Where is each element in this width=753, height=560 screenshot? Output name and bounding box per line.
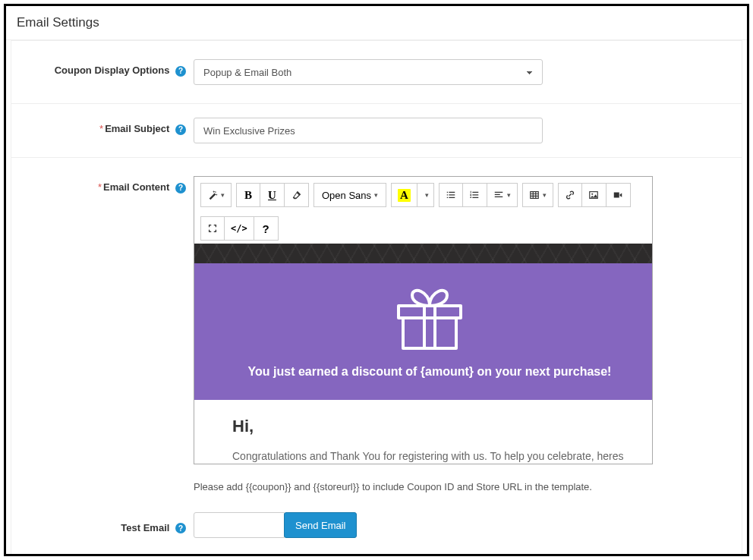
video-icon: [613, 190, 623, 200]
settings-panel: Coupon Display Options ? Popup & Email B…: [11, 40, 742, 556]
row-email-subject: *Email Subject ?: [11, 104, 742, 158]
label-email-subject: *Email Subject ?: [19, 118, 194, 135]
code-view-button[interactable]: </>: [225, 216, 254, 241]
align-icon: [493, 190, 504, 200]
test-email-input[interactable]: [194, 512, 285, 538]
row-email-content: *Email Content ? B U: [11, 158, 742, 497]
help-icon[interactable]: ?: [175, 124, 186, 135]
help-icon[interactable]: ?: [175, 66, 186, 77]
image-button[interactable]: [582, 183, 606, 207]
label-email-content: *Email Content ?: [19, 176, 194, 193]
email-body: Hi, Congratulations and Thank You for re…: [194, 400, 652, 464]
hero-text: You just earned a discount of {amount} o…: [202, 365, 652, 379]
row-test-email: Test Email ? Send Email: [11, 497, 742, 556]
image-icon: [588, 190, 599, 200]
underline-button[interactable]: U: [260, 183, 285, 207]
eraser-icon: [291, 190, 302, 200]
paragraph-align-button[interactable]: [487, 183, 518, 207]
fullscreen-icon: [207, 223, 218, 234]
ul-icon: [446, 190, 456, 200]
video-button[interactable]: [606, 183, 631, 207]
send-email-button[interactable]: Send Email: [284, 512, 357, 538]
table-button[interactable]: [522, 183, 553, 207]
svg-rect-3: [399, 306, 461, 318]
row-coupon-display: Coupon Display Options ? Popup & Email B…: [11, 41, 742, 104]
rich-text-editor: B U Open Sans A: [194, 176, 653, 464]
email-greeting: Hi,: [232, 417, 627, 436]
editor-toolbar: B U Open Sans A: [194, 177, 652, 244]
link-button[interactable]: [558, 183, 582, 207]
label-coupon-display: Coupon Display Options ?: [19, 59, 194, 77]
help-icon[interactable]: ?: [175, 183, 186, 193]
svg-rect-4: [403, 318, 456, 348]
eraser-button[interactable]: [285, 183, 309, 207]
ol-icon: [469, 190, 480, 200]
font-family-button[interactable]: Open Sans: [313, 183, 386, 207]
table-icon: [529, 190, 540, 200]
svg-rect-2: [614, 193, 619, 198]
link-icon: [565, 190, 575, 200]
email-subject-input[interactable]: [194, 118, 543, 143]
unordered-list-button[interactable]: [439, 183, 463, 207]
email-paragraph: Congratulations and Thank You for regist…: [232, 450, 627, 464]
email-hero: You just earned a discount of {amount} o…: [194, 263, 652, 400]
font-color-button[interactable]: A: [391, 183, 417, 207]
svg-point-1: [592, 193, 594, 195]
help-icon[interactable]: ?: [175, 523, 186, 533]
email-header-band: [194, 244, 652, 263]
ordered-list-button[interactable]: [463, 183, 487, 207]
page-title: Email Settings: [6, 6, 747, 40]
label-test-email: Test Email ?: [19, 517, 194, 534]
font-color-dropdown[interactable]: [417, 183, 434, 207]
gift-icon: [388, 275, 471, 351]
help-button[interactable]: ?: [254, 216, 279, 241]
page-container: Email Settings Coupon Display Options ? …: [4, 4, 749, 556]
magic-wand-button[interactable]: [200, 183, 232, 207]
editor-canvas[interactable]: You just earned a discount of {amount} o…: [194, 244, 652, 464]
coupon-display-select[interactable]: Popup & Email Both: [194, 59, 543, 85]
fullscreen-button[interactable]: [200, 216, 225, 241]
magic-wand-icon: [207, 190, 218, 200]
content-hint: Please add {{coupon}} and {{storeurl}} t…: [194, 481, 653, 492]
bold-button[interactable]: B: [236, 183, 260, 207]
